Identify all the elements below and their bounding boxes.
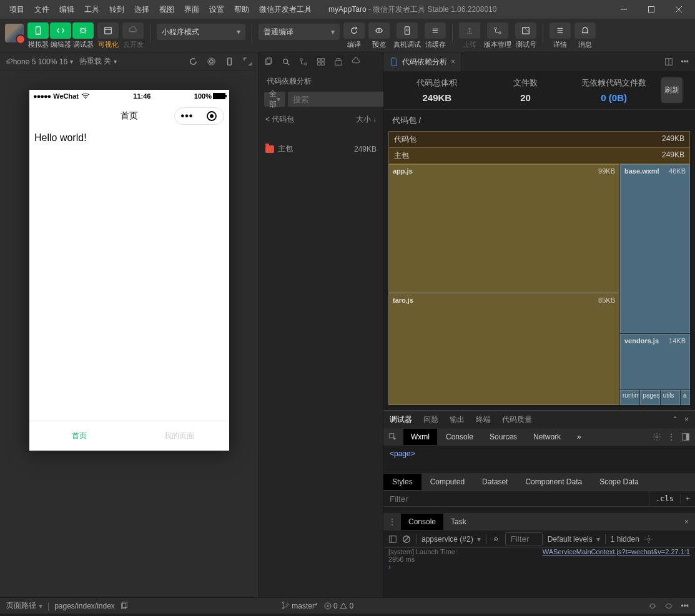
cls-button[interactable]: .cls [649, 491, 680, 506]
bug-icon[interactable] [648, 602, 657, 610]
device-dropdown[interactable]: iPhone 5 100% 16 [6, 57, 73, 66]
stab-styles[interactable]: Styles [383, 474, 421, 490]
drawer-task[interactable]: Task [443, 514, 474, 530]
tm-file-small[interactable]: pages [640, 390, 659, 405]
tm-file-app[interactable]: app.js99KB [388, 164, 619, 293]
menu-select[interactable]: 选择 [130, 2, 154, 17]
cloud-func-icon[interactable] [352, 57, 360, 66]
editor-button[interactable] [50, 22, 71, 39]
context-dropdown[interactable]: appservice (#2) ▾ [421, 535, 481, 544]
page-path-dropdown[interactable]: 页面路径 ▾ [6, 600, 42, 611]
search-icon[interactable] [282, 57, 290, 66]
tm-file-small[interactable]: runtim [620, 390, 639, 405]
tab-dependency-analysis[interactable]: 代码依赖分析 × [383, 52, 462, 71]
menu-project[interactable]: 项目 [5, 2, 29, 17]
cloud-button[interactable] [122, 22, 144, 39]
chevron-up-icon[interactable]: ⌃ [672, 415, 678, 424]
git-icon[interactable] [299, 57, 308, 66]
tab-close-button[interactable]: × [451, 57, 455, 66]
build-icon[interactable] [334, 57, 343, 66]
refresh-button[interactable]: 刷新 [661, 77, 683, 103]
device-icon[interactable] [225, 57, 234, 66]
tree-filter-dropdown[interactable]: 全部▾ [264, 92, 285, 107]
tm-file-base[interactable]: base.wxml46KB [620, 164, 690, 333]
styles-filter-input[interactable] [383, 491, 649, 506]
debugger-button[interactable] [72, 22, 94, 39]
dock-icon[interactable] [681, 433, 690, 441]
levels-dropdown[interactable]: Default levels ▾ [548, 535, 600, 544]
tree-item-main[interactable]: 主包 249KB [259, 141, 383, 157]
tab-network[interactable]: Network [526, 429, 568, 445]
git-branch[interactable]: master* [281, 601, 318, 610]
preview-button[interactable] [368, 22, 390, 39]
hidden-count[interactable]: 1 hidden [611, 535, 639, 544]
toptab-output[interactable]: 输出 [450, 414, 465, 425]
livereload-icon[interactable] [491, 535, 500, 544]
menu-file[interactable]: 文件 [30, 2, 54, 17]
clearcache-button[interactable] [425, 22, 446, 39]
minimize-button[interactable] [613, 2, 635, 17]
menu-settings[interactable]: 设置 [205, 2, 229, 17]
simulator-button[interactable] [27, 22, 49, 39]
console-clear-icon[interactable] [402, 535, 411, 544]
tab-home[interactable]: 首页 [29, 421, 129, 451]
extension-icon[interactable] [317, 57, 325, 66]
user-avatar[interactable] [5, 24, 24, 42]
hotreload-dropdown[interactable]: 热重载 关 [79, 56, 117, 67]
visual-button[interactable] [97, 22, 119, 39]
realdebug-button[interactable] [397, 22, 418, 39]
dots-icon[interactable]: ⋮ [668, 433, 675, 441]
menu-edit[interactable]: 编辑 [55, 2, 79, 17]
settings-icon[interactable] [653, 433, 661, 441]
tab-more[interactable]: » [569, 429, 589, 445]
stab-computed[interactable]: Computed [421, 474, 473, 490]
record-icon[interactable] [207, 57, 216, 66]
menu-help[interactable]: 帮助 [230, 2, 254, 17]
menu-ui[interactable]: 界面 [180, 2, 204, 17]
close-button[interactable] [668, 2, 690, 17]
maximize-button[interactable] [640, 2, 663, 17]
rotate-icon[interactable] [189, 57, 198, 66]
drawer-console[interactable]: Console [401, 514, 443, 530]
panel-close-icon[interactable]: × [684, 415, 689, 424]
stat-nodep-value[interactable]: 0 (0B) [573, 92, 655, 103]
compile-button[interactable] [343, 22, 365, 39]
tab-console[interactable]: Console [438, 429, 481, 445]
new-style-button[interactable]: + [680, 494, 695, 503]
menu-view[interactable]: 视图 [155, 2, 179, 17]
compile-dropdown[interactable]: 普通编译 [259, 24, 340, 40]
split-icon[interactable] [664, 57, 673, 66]
menu-goto[interactable]: 转到 [105, 2, 129, 17]
toptab-debugger[interactable]: 调试器 [390, 414, 412, 425]
drawer-grip-icon[interactable]: ⋮ [383, 517, 401, 526]
treemap-breadcrumb[interactable]: 代码包 / [383, 110, 695, 131]
tm-file-small[interactable]: utils [661, 390, 680, 405]
tab-wxml[interactable]: Wxml [403, 429, 437, 445]
toptab-quality[interactable]: 代码质量 [502, 414, 532, 425]
stab-component[interactable]: Component Data [516, 474, 591, 490]
more-icon[interactable]: ••• [681, 57, 689, 66]
expand-icon[interactable] [243, 57, 252, 66]
mode-dropdown[interactable]: 小程序模式 [157, 24, 245, 40]
problems-indicator[interactable]: 0 0 [324, 602, 353, 610]
testnum-button[interactable] [515, 22, 536, 39]
eye-icon[interactable] [664, 602, 673, 610]
toptab-issues[interactable]: 问题 [423, 414, 438, 425]
log-source-link[interactable]: WAServiceMainContext.js?t=wechat&v=2.27.… [543, 548, 690, 555]
version-button[interactable] [487, 22, 508, 39]
console-sidebar-icon[interactable] [388, 535, 397, 544]
console-prompt-icon[interactable]: › [388, 563, 391, 570]
capsule-menu-button[interactable]: ••• [175, 110, 199, 122]
message-button[interactable] [574, 22, 596, 39]
capsule-close-button[interactable] [199, 110, 224, 122]
inspect-icon[interactable] [383, 433, 402, 441]
tm-file-taro[interactable]: taro.js85KB [388, 293, 619, 405]
tm-root[interactable]: 代码包249KB [388, 131, 690, 148]
tm-file-vendors[interactable]: vendors.js14KB [620, 334, 690, 389]
menu-tools[interactable]: 工具 [80, 2, 104, 17]
drawer-close-button[interactable]: × [684, 517, 695, 526]
console-settings-icon[interactable] [644, 535, 653, 544]
stab-scope[interactable]: Scope Data [591, 474, 648, 490]
detail-button[interactable] [550, 22, 571, 39]
stab-dataset[interactable]: Dataset [473, 474, 516, 490]
